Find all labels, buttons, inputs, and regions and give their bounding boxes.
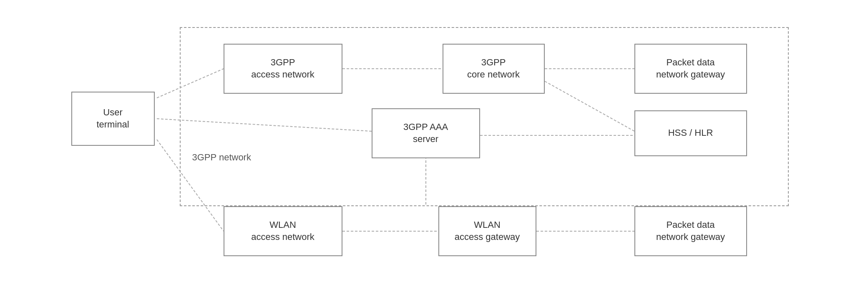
pdng-top-node: Packet data network gateway [634, 44, 747, 94]
user-terminal-node: User terminal [71, 92, 155, 146]
svg-line-2 [157, 119, 372, 131]
3gpp-core-network-node: 3GPP core network [443, 44, 545, 94]
wlan-access-gateway-node: WLAN access gateway [438, 206, 536, 256]
hss-hlr-node: HSS / HLR [634, 110, 747, 156]
pdng-bottom-node: Packet data network gateway [634, 206, 747, 256]
svg-line-0 [157, 69, 224, 98]
3gpp-aaa-server-node: 3GPP AAA server [372, 108, 480, 158]
diagram: 3GPP network User terminal 3GPP access n… [38, 15, 830, 273]
svg-line-5 [545, 81, 634, 131]
3gpp-access-network-node: 3GPP access network [224, 44, 342, 94]
wlan-access-network-node: WLAN access network [224, 206, 342, 256]
svg-line-1 [157, 140, 224, 231]
